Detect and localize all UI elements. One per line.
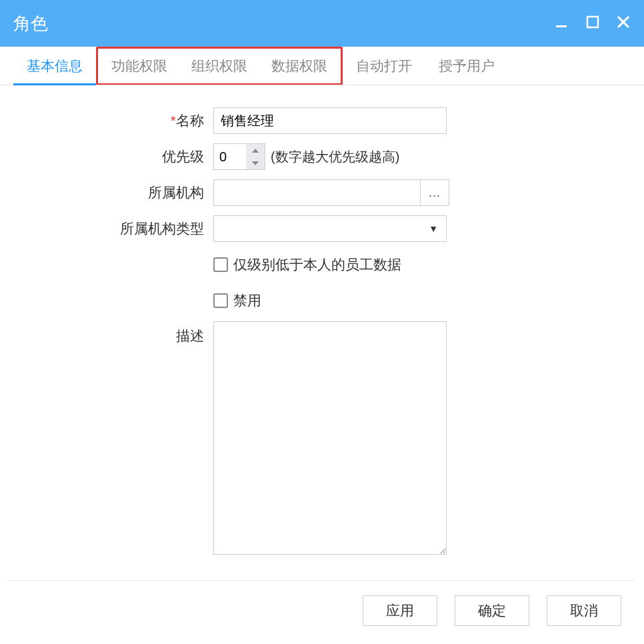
org-type-select[interactable]: ▼ xyxy=(213,215,447,242)
org-type-label: 所属机构类型 xyxy=(27,219,213,238)
tab-auto-open[interactable]: 自动打开 xyxy=(343,47,425,85)
cancel-button[interactable]: 取消 xyxy=(547,595,621,626)
form-body: *名称 优先级 (数字越大优先级越高) 所属机构 xyxy=(0,85,644,567)
description-textarea[interactable] xyxy=(213,321,447,555)
org-browse-button[interactable]: ... xyxy=(420,179,449,206)
spinner-down-icon[interactable] xyxy=(246,157,265,169)
priority-hint: (数字越大优先级越高) xyxy=(271,148,399,166)
titlebar: 角色 xyxy=(0,0,644,47)
checkbox-box xyxy=(213,257,228,272)
tab-org-permissions[interactable]: 组织权限 xyxy=(179,49,259,83)
only-subordinate-label: 仅级别低于本人的员工数据 xyxy=(233,255,401,274)
disabled-checkbox[interactable]: 禁用 xyxy=(213,291,261,310)
apply-button[interactable]: 应用 xyxy=(363,595,437,626)
minimize-button[interactable] xyxy=(555,15,569,32)
description-label: 描述 xyxy=(27,321,213,345)
ok-button[interactable]: 确定 xyxy=(455,595,529,626)
disabled-label: 禁用 xyxy=(233,291,261,310)
window-buttons xyxy=(555,15,631,32)
tab-grant-users[interactable]: 授予用户 xyxy=(425,47,508,85)
tab-bar: 基本信息 功能权限 组织权限 数据权限 自动打开 授予用户 xyxy=(0,47,644,85)
priority-spinner[interactable] xyxy=(213,143,265,170)
svg-rect-1 xyxy=(587,17,598,27)
name-label: *名称 xyxy=(27,111,213,130)
dropdown-caret-icon: ▼ xyxy=(429,223,438,234)
close-button[interactable] xyxy=(616,15,631,32)
annotation-highlight: 功能权限 组织权限 数据权限 xyxy=(96,47,343,85)
window-title: 角色 xyxy=(13,12,48,35)
tab-function-permissions[interactable]: 功能权限 xyxy=(99,49,179,83)
tab-basic-info[interactable]: 基本信息 xyxy=(13,47,96,85)
org-label: 所属机构 xyxy=(27,183,213,202)
maximize-button[interactable] xyxy=(585,15,600,32)
tab-data-permissions[interactable]: 数据权限 xyxy=(259,49,339,83)
checkbox-box xyxy=(213,293,228,308)
org-input[interactable] xyxy=(213,179,420,206)
name-input[interactable] xyxy=(213,107,447,134)
priority-input[interactable] xyxy=(214,144,246,169)
svg-rect-0 xyxy=(556,25,567,27)
only-subordinate-checkbox[interactable]: 仅级别低于本人的员工数据 xyxy=(213,255,401,274)
required-marker: * xyxy=(171,113,176,128)
spinner-up-icon[interactable] xyxy=(246,144,265,157)
footer-actions: 应用 确定 取消 xyxy=(0,581,644,641)
priority-label: 优先级 xyxy=(27,147,213,166)
